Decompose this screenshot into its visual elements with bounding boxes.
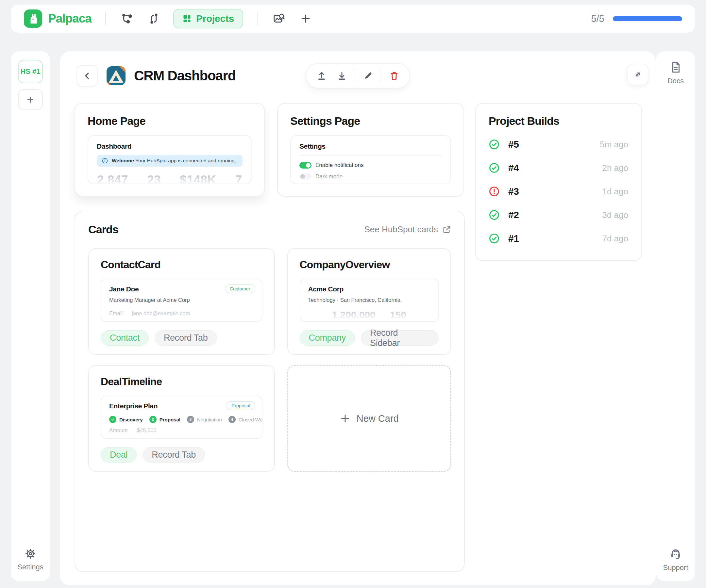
build-id: #2 (508, 209, 519, 220)
sidebar-item-support[interactable]: Support (663, 547, 688, 572)
sidebar-item-project-hs1[interactable]: HS #1 (18, 60, 43, 83)
build-row[interactable]: #3 1d ago (488, 180, 628, 203)
topbar-nav-right (271, 11, 313, 26)
page-title: CRM Dashboard (134, 68, 236, 84)
deal-steps: Discovery 2 Proposal 3 Negotiation (109, 416, 254, 423)
sidebar-item-settings[interactable]: Settings (17, 548, 43, 571)
delete-button[interactable] (384, 66, 404, 86)
download-button[interactable] (332, 66, 352, 86)
object-type-tag: Company (300, 330, 355, 346)
record-subtitle: Marketing Manager at Acme Corp (109, 297, 254, 303)
projects-tab[interactable]: Projects (173, 9, 243, 29)
usage-count: 5/5 (591, 13, 604, 24)
home-page-card[interactable]: Home Page Dashboard Welcome Your HubSpot… (75, 103, 265, 197)
stage-badge: Proposal (227, 402, 255, 410)
build-id: #3 (508, 186, 519, 197)
docs-label: Docs (667, 77, 684, 85)
usage-area: 5/5 (591, 13, 682, 24)
arrow-left-icon (82, 71, 92, 81)
media-search-button[interactable] (271, 11, 286, 26)
build-id: #5 (508, 139, 519, 150)
step-label: Proposal (159, 417, 181, 422)
new-card-button[interactable]: New Card (287, 365, 452, 472)
divider (300, 156, 442, 156)
build-row[interactable]: #1 7d ago (488, 227, 628, 250)
upload-button[interactable] (312, 66, 332, 86)
card-tags: Contact Record Tab (101, 330, 263, 346)
new-card-label: New Card (357, 413, 399, 424)
company-card-preview: Acme Corp Technology · San Francisco, Ca… (300, 279, 439, 322)
settings-page-card[interactable]: Settings Page Settings Enable notificati… (277, 103, 464, 197)
object-type-tag: Contact (101, 330, 149, 346)
card-name: ContactCard (101, 259, 263, 271)
toggle-row: Dark mode (300, 173, 442, 180)
add-project-button[interactable] (18, 89, 43, 110)
topbar-divider-2 (257, 12, 258, 25)
toggle-label: Dark mode (315, 173, 343, 180)
cards-header: Cards See HubSpot cards (88, 223, 451, 236)
brand-name: Palpaca (48, 12, 91, 26)
alpaca-icon (27, 12, 40, 25)
topbar-nav: Projects (120, 9, 243, 29)
step-number: 4 (229, 416, 236, 423)
company-stat: 1,200,000 (332, 309, 375, 321)
deal-card-preview: Enterprise Plan Proposal Discovery (101, 395, 263, 439)
home-stat: 2,847 (97, 173, 128, 184)
projects-tab-label: Projects (196, 13, 234, 24)
flow-nav-button[interactable] (120, 11, 135, 26)
placement-tag: Record Tab (143, 447, 205, 463)
see-hubspot-cards-link[interactable]: See HubSpot cards (364, 224, 451, 235)
build-row[interactable]: #5 5m ago (488, 133, 628, 156)
route-nav-button[interactable] (147, 11, 161, 26)
toggle-on (300, 162, 312, 169)
trash-icon (389, 71, 399, 81)
build-row[interactable]: #2 3d ago (488, 203, 628, 227)
home-stat: 23 (147, 173, 161, 184)
company-overview-card[interactable]: CompanyOverview Acme Corp Technology · S… (287, 248, 452, 355)
edit-button[interactable] (358, 66, 378, 86)
home-page-preview: Dashboard Welcome Your HubSpot app is co… (88, 135, 252, 184)
toolbar-divider (381, 70, 382, 82)
step-label: Negotiation (197, 417, 222, 422)
settings-page-preview: Settings Enable notifications Dark mode … (290, 135, 451, 184)
record-title: Acme Corp (308, 285, 430, 293)
build-id: #1 (508, 233, 519, 244)
left-sidebar: HS #1 Settings (11, 51, 50, 581)
card-tags: Deal Record Tab (101, 447, 263, 463)
settings-toggles: Enable notifications Dark mode Auto-sync… (300, 162, 442, 184)
step-done: Discovery (109, 416, 143, 423)
step-label: Discovery (119, 417, 143, 422)
document-icon (669, 61, 682, 74)
palpaca-logo[interactable] (24, 9, 42, 28)
step-label: Closed Won (239, 417, 263, 422)
app-window: Palpaca (0, 0, 706, 588)
sidebar-item-docs[interactable]: Docs (667, 61, 684, 85)
cards-grid: ContactCard Jane Doe Customer Marketing … (88, 248, 451, 472)
record-subtitle: Technology · San Francisco, California (308, 297, 430, 303)
headset-icon (669, 547, 682, 560)
build-list: #5 5m ago #4 2h ago (488, 133, 628, 250)
field-value: jane.doe@example.com (132, 310, 190, 317)
build-row[interactable]: #4 2h ago (488, 156, 628, 180)
welcome-banner: Welcome Your HubSpot app is connected an… (97, 155, 242, 167)
contact-card[interactable]: ContactCard Jane Doe Customer Marketing … (88, 248, 275, 355)
deal-timeline-card[interactable]: DealTimeline Enterprise Plan Proposal Di… (88, 365, 275, 472)
plus-icon (26, 95, 35, 104)
step-active: 2 Proposal (149, 416, 181, 423)
toggle-label: Enable notifications (315, 162, 363, 169)
status-badge: Customer (225, 285, 255, 293)
home-page-title: Home Page (88, 115, 252, 127)
home-stat: 7 (235, 173, 242, 184)
back-button[interactable] (77, 65, 98, 87)
success-icon (488, 209, 500, 220)
settings-page-title: Settings Page (290, 115, 451, 127)
right-sidebar: Docs Support (656, 51, 695, 581)
preview-heading: Dashboard (97, 142, 242, 150)
toolbar-divider (355, 70, 355, 82)
field-label: Email (109, 310, 123, 317)
object-type-tag: Deal (101, 447, 136, 463)
expand-button[interactable] (627, 64, 649, 85)
new-project-button[interactable] (298, 11, 313, 26)
image-search-icon (273, 12, 285, 25)
grid-icon (182, 14, 192, 23)
